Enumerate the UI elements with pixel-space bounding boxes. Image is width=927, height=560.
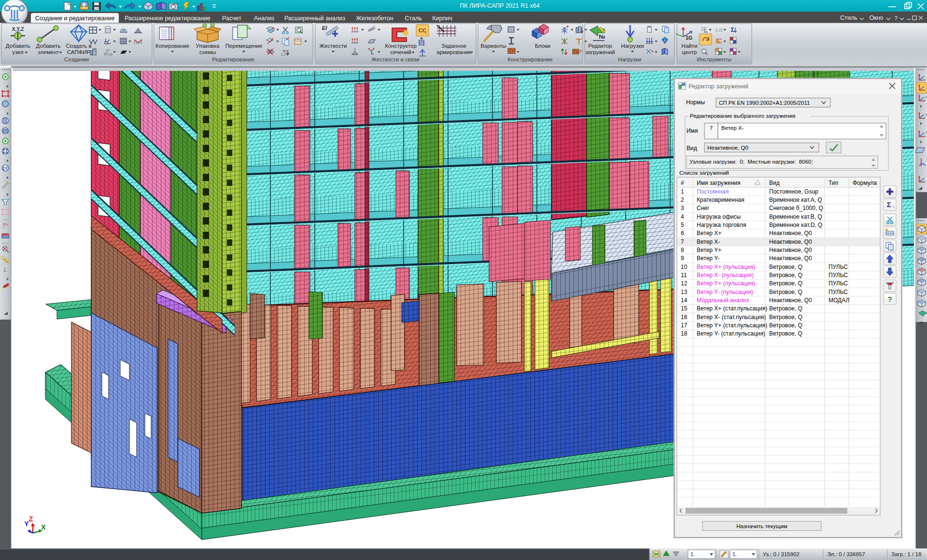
- svg-text:ПК ЛИРА-САПР 2021 R1 x64: ПК ЛИРА-САПР 2021 R1 x64: [460, 2, 540, 9]
- svg-text:£: £: [580, 49, 582, 53]
- svg-text:Имя загружения: Имя загружения: [697, 180, 740, 186]
- svg-text:Формула: Формула: [853, 180, 877, 186]
- svg-text:9: 9: [681, 255, 684, 262]
- svg-text:Ветровое, Q: Ветровое, Q: [769, 322, 802, 329]
- svg-text:2: 2: [681, 196, 684, 203]
- svg-text:↓: ↓: [893, 204, 895, 209]
- svg-text:Имя: Имя: [687, 127, 698, 134]
- svg-text:16: 16: [681, 314, 688, 321]
- svg-text:L: L: [4, 266, 7, 273]
- svg-text:Редактор загружений: Редактор загружений: [688, 83, 748, 90]
- svg-text:Постоянная: Постоянная: [697, 188, 729, 195]
- svg-text:Ветровое, Q: Ветровое, Q: [769, 289, 802, 295]
- svg-text:загружений: загружений: [585, 49, 615, 55]
- svg-text:Ветер Y- (пульсация): Ветер Y- (пульсация): [697, 289, 753, 295]
- svg-text:Временное кат.В, Q: Временное кат.В, Q: [769, 213, 822, 220]
- svg-text:Заданное: Заданное: [441, 43, 466, 49]
- svg-text:Ветер X-: Ветер X-: [721, 125, 744, 131]
- svg-text:СП РК EN 1990:2002+А1:2005/201: СП РК EN 1990:2002+А1:2005/2011: [719, 100, 810, 106]
- svg-text:X: X: [41, 523, 46, 531]
- svg-text:Вид: Вид: [687, 145, 697, 152]
- svg-text:Расширенное редактирование: Расширенное редактирование: [125, 15, 211, 22]
- svg-text:Анализ: Анализ: [254, 15, 274, 22]
- svg-text:?: ?: [887, 295, 892, 303]
- svg-text:узел: узел: [12, 49, 24, 55]
- svg-text:Добавить: Добавить: [36, 43, 61, 49]
- svg-text:EI: EI: [322, 25, 327, 31]
- svg-text:сечений: сечений: [390, 49, 411, 55]
- svg-text:Ветер Y+ (пульсация): Ветер Y+ (пульсация): [697, 280, 755, 287]
- svg-text:Ветер Y+ (стат.пульсация): Ветер Y+ (стат.пульсация): [697, 322, 767, 329]
- svg-text:Неактивное, Q0: Неактивное, Q0: [769, 297, 812, 304]
- svg-text:ПУЛЬС: ПУЛЬС: [829, 289, 848, 295]
- svg-text:центр: центр: [682, 49, 697, 55]
- svg-text:5: 5: [681, 222, 684, 228]
- svg-text:Σ: Σ: [886, 200, 891, 209]
- svg-text:армирование: армирование: [436, 49, 471, 55]
- svg-text:?: ?: [894, 14, 898, 22]
- svg-text:Кирпич: Кирпич: [432, 15, 452, 22]
- svg-text:10: 10: [681, 264, 688, 270]
- svg-text:САПФИР: САПФИР: [67, 49, 91, 55]
- svg-text:Нагрузка офисы: Нагрузка офисы: [697, 213, 741, 220]
- svg-text:7: 7: [681, 238, 684, 245]
- svg-text:1G: 1G: [686, 35, 693, 41]
- svg-text:Редактирование: Редактирование: [212, 56, 254, 62]
- svg-text:Ветер Y-: Ветер Y-: [697, 255, 719, 262]
- svg-text:Σ: Σ: [730, 27, 734, 33]
- svg-text:Неактивное, Q0: Неактивное, Q0: [707, 145, 748, 151]
- svg-text:17: 17: [681, 322, 688, 329]
- svg-text:Ветер X- (пульсация): Ветер X- (пульсация): [697, 272, 754, 279]
- svg-text:ПУЛЬС: ПУЛЬС: [829, 280, 848, 287]
- svg-text:Создать в: Создать в: [66, 43, 91, 49]
- svg-text:Жесткости и связи: Жесткости и связи: [371, 56, 419, 62]
- svg-text:Конструктор: Конструктор: [385, 43, 417, 49]
- svg-text:МОДАЛ: МОДАЛ: [829, 297, 849, 304]
- svg-text:f(x,y): f(x,y): [104, 52, 112, 56]
- svg-text:12: 12: [681, 280, 688, 287]
- svg-text:Y: Y: [24, 520, 29, 528]
- svg-text:7: 7: [710, 125, 713, 131]
- svg-text:элемент: элемент: [38, 49, 59, 55]
- svg-text:Ветер X- (стат.пульсация): Ветер X- (стат.пульсация): [697, 314, 766, 321]
- svg-text:Постоянное, Gsup: Постоянное, Gsup: [769, 188, 818, 195]
- svg-text:Временное кат.А, Q: Временное кат.А, Q: [769, 196, 822, 203]
- svg-text:Тип: Тип: [829, 180, 838, 186]
- svg-text:3: 3: [681, 205, 684, 211]
- svg-text:Расчет: Расчет: [222, 15, 241, 22]
- svg-text:Снеговое б_1000, Q: Снеговое б_1000, Q: [769, 205, 823, 211]
- svg-text:Вид: Вид: [769, 180, 780, 186]
- svg-text:Железобетон: Железобетон: [356, 15, 393, 22]
- svg-text:Ветер X+ (стат.пульсация): Ветер X+ (стат.пульсация): [697, 305, 767, 312]
- svg-text:Кратковременная: Кратковременная: [697, 196, 744, 203]
- svg-text:ПУЛЬС: ПУЛЬС: [829, 272, 848, 279]
- svg-text:Ветровое, Q: Ветровое, Q: [769, 305, 802, 312]
- svg-text:13: 13: [681, 289, 688, 295]
- svg-text:14: 14: [681, 297, 688, 304]
- svg-text:Нагрузка торговля: Нагрузка торговля: [697, 222, 746, 228]
- svg-text:№: №: [599, 33, 605, 40]
- svg-text:Уз.: 0 / 315902: Уз.: 0 / 315902: [763, 551, 800, 557]
- svg-text:Неактивное, Q0: Неактивное, Q0: [769, 230, 812, 237]
- svg-text:ПУЛЬС: ПУЛЬС: [829, 264, 848, 270]
- svg-text:1.: 1.: [690, 551, 695, 557]
- svg-text:6: 6: [681, 230, 684, 237]
- svg-text:Нормы: Нормы: [686, 99, 705, 106]
- svg-text:Временное кат.D, Q: Временное кат.D, Q: [769, 222, 822, 228]
- svg-text:Ветровое, Q: Ветровое, Q: [769, 264, 802, 270]
- svg-text:Список загружений: Список загружений: [679, 170, 729, 176]
- svg-text:Ветер Y+: Ветер Y+: [697, 247, 721, 253]
- svg-text:схемы: схемы: [199, 49, 216, 55]
- svg-text:Эл.: 0 / 336957: Эл.: 0 / 336957: [827, 551, 865, 557]
- svg-text:1.: 1.: [732, 551, 737, 557]
- svg-text:Нагрузки: Нагрузки: [618, 56, 641, 62]
- svg-text:15: 15: [681, 305, 688, 312]
- svg-text:Редактирование выбранного загр: Редактирование выбранного загружения: [690, 113, 795, 119]
- svg-text:Ветровое, Q: Ветровое, Q: [769, 330, 802, 337]
- svg-text:Редактор: Редактор: [588, 43, 612, 49]
- svg-text:Найти: Найти: [682, 43, 698, 49]
- svg-text:4: 4: [681, 213, 684, 220]
- svg-text:Ветер X+ (пульсация): Ветер X+ (пульсация): [697, 264, 755, 270]
- svg-text:Нагрузки: Нагрузки: [621, 43, 644, 49]
- svg-text:Упаковка: Упаковка: [196, 43, 220, 49]
